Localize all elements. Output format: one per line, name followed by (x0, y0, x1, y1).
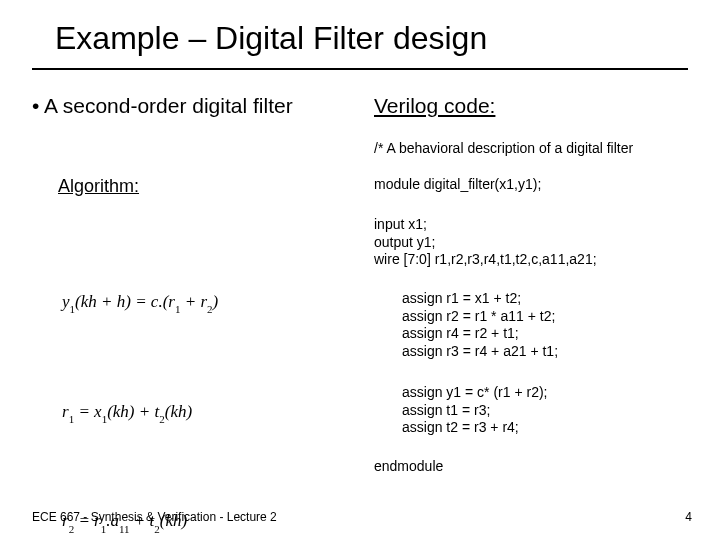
algorithm-heading: Algorithm: (58, 176, 139, 197)
equation-2: r1 = x1(kh) + t2(kh) (62, 394, 218, 431)
code-comment: /* A behavioral description of a digital… (374, 140, 633, 156)
footer-text: ECE 667 - Synthesis & Verification - Lec… (32, 510, 277, 524)
equation-1: y1(kh + h) = c.(r1 + r2) (62, 284, 218, 321)
code-assign-block-1: assign r1 = x1 + t2; assign r2 = r1 * a1… (402, 290, 558, 360)
code-assign-block-2: assign y1 = c* (r1 + r2); assign t1 = r3… (402, 384, 548, 437)
slide-title: Example – Digital Filter design (55, 20, 487, 57)
algorithm-equations: y1(kh + h) = c.(r1 + r2) r1 = x1(kh) + t… (62, 211, 218, 540)
code-endmodule: endmodule (374, 458, 443, 474)
verilog-heading: Verilog code: (374, 94, 495, 118)
bullet-text: • A second-order digital filter (32, 94, 293, 118)
slide: Example – Digital Filter design • A seco… (0, 0, 720, 540)
title-rule (32, 68, 688, 70)
code-declarations: input x1; output y1; wire [7:0] r1,r2,r3… (374, 216, 597, 269)
code-module-line: module digital_filter(x1,y1); (374, 176, 541, 192)
page-number: 4 (685, 510, 692, 524)
